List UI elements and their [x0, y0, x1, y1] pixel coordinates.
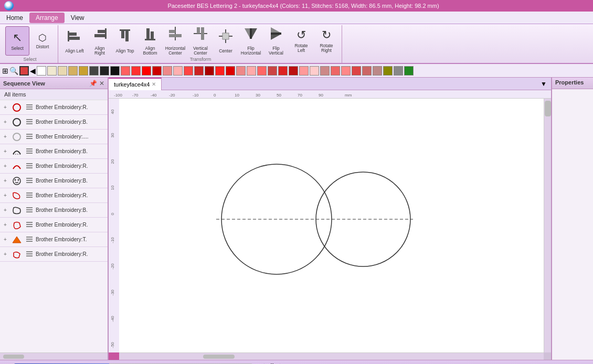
expand-icon[interactable]: +: [2, 222, 8, 228]
flip-v-button[interactable]: Flip Vertical: [264, 26, 288, 56]
horizontal-scrollbar[interactable]: [119, 352, 544, 360]
menu-arrange[interactable]: Arrange: [29, 13, 65, 23]
list-item[interactable]: + Brother Embroidery:R.: [0, 188, 108, 203]
color-swatch-28[interactable]: [331, 66, 340, 76]
rotate-left-button[interactable]: ↺ Rotate Left: [289, 26, 313, 56]
tab-dropdown-icon[interactable]: ▼: [536, 80, 551, 88]
color-swatch-18[interactable]: [226, 66, 235, 76]
color-swatch-1[interactable]: [47, 66, 57, 76]
ribbon-group-transform: Align Left Align Right Align Top: [59, 25, 342, 63]
playback-start-icon[interactable]: ◀: [258, 362, 266, 364]
color-swatch-2[interactable]: [58, 66, 67, 76]
distort-button[interactable]: ⬡ Distort: [30, 26, 55, 56]
color-swatch-3[interactable]: [68, 66, 78, 76]
vscroll-thumb[interactable]: [545, 101, 551, 116]
color-swatch-30[interactable]: [352, 66, 361, 76]
vert-center-button[interactable]: Vertical Center: [188, 26, 213, 56]
sequence-h-scrollbar[interactable]: [0, 352, 108, 360]
expand-icon[interactable]: +: [2, 163, 8, 169]
color-swatch-12[interactable]: [163, 66, 172, 76]
center-button[interactable]: Center: [214, 26, 238, 56]
color-swatch-29[interactable]: [341, 66, 351, 76]
list-item[interactable]: + Brother Embroidery:T.: [0, 232, 108, 247]
horiz-center-button[interactable]: Horizontal Center: [163, 26, 187, 56]
color-swatch-22[interactable]: [268, 66, 277, 76]
drawing-canvas[interactable]: [119, 99, 544, 352]
color-grid-icon[interactable]: ⊞: [2, 67, 8, 75]
align-top-button[interactable]: Align Top: [113, 26, 137, 56]
vertical-scrollbar[interactable]: [544, 99, 551, 352]
menu-home[interactable]: Home: [0, 13, 29, 23]
color-swatch-5[interactable]: [89, 66, 99, 76]
menu-view[interactable]: View: [65, 13, 91, 23]
expand-icon[interactable]: +: [2, 251, 8, 257]
expand-icon[interactable]: +: [2, 119, 8, 125]
expand-icon[interactable]: +: [2, 207, 8, 213]
rotate-right-button[interactable]: ↻ Rotate Right: [314, 26, 338, 56]
canvas-background[interactable]: [119, 99, 544, 352]
color-swatch-32[interactable]: [373, 66, 382, 76]
color-swatch-13[interactable]: [173, 66, 183, 76]
list-item[interactable]: + Brother Embroidery:B.: [0, 174, 108, 188]
color-swatch-27[interactable]: [320, 66, 330, 76]
color-swatch-4[interactable]: [79, 66, 88, 76]
color-swatch-16[interactable]: [205, 66, 214, 76]
color-swatch-35[interactable]: [404, 66, 414, 76]
color-swatch-25[interactable]: [299, 66, 309, 76]
color-prev-icon[interactable]: ◀: [30, 67, 36, 75]
color-swatch-21[interactable]: [257, 66, 267, 76]
color-swatch-17[interactable]: [215, 66, 225, 76]
list-item[interactable]: + Brother Embroidery:B.: [0, 144, 108, 159]
expand-icon[interactable]: +: [2, 237, 8, 242]
selected-color-swatch[interactable]: [19, 66, 29, 76]
svg-rect-65: [26, 251, 33, 252]
align-right-button[interactable]: Align Right: [88, 26, 112, 56]
color-swatch-19[interactable]: [236, 66, 246, 76]
expand-icon[interactable]: +: [2, 134, 8, 140]
list-item[interactable]: + Brother Embroidery:B.: [0, 115, 108, 130]
flip-h-button[interactable]: Flip Horizontal: [239, 26, 263, 56]
color-swatch-26[interactable]: [310, 66, 319, 76]
playback-next-icon[interactable]: ▶: [278, 362, 287, 364]
color-swatch-15[interactable]: [194, 66, 204, 76]
zoom-in-icon[interactable]: +: [585, 362, 591, 365]
color-swatch-24[interactable]: [289, 66, 298, 76]
color-swatch-6[interactable]: [100, 66, 109, 76]
sequence-close-icon[interactable]: ✕: [99, 80, 104, 87]
color-swatch-10[interactable]: [142, 66, 151, 76]
color-swatch-33[interactable]: [383, 66, 393, 76]
align-left-button[interactable]: Align Left: [62, 26, 87, 56]
expand-icon[interactable]: +: [2, 192, 8, 198]
zoom-out-icon[interactable]: —: [531, 362, 539, 365]
expand-icon[interactable]: +: [2, 148, 8, 154]
tab-turkeyface4x4[interactable]: turkeyface4x4 ✕: [109, 78, 162, 90]
list-item[interactable]: + Brother Embroidery:B.: [0, 203, 108, 218]
list-item[interactable]: + Brother Embroidery:....: [0, 130, 108, 144]
sequence-pin-icon[interactable]: 📌: [89, 80, 97, 87]
sequence-scroll-thumb[interactable]: [3, 355, 24, 359]
select-button[interactable]: ↖ Select: [5, 26, 29, 56]
color-swatch-0[interactable]: [37, 66, 46, 76]
color-swatch-9[interactable]: [131, 66, 141, 76]
color-swatch-31[interactable]: [362, 66, 372, 76]
color-swatch-14[interactable]: [184, 66, 193, 76]
list-item[interactable]: + Brother Embroidery:R.: [0, 100, 108, 115]
color-swatch-11[interactable]: [152, 66, 162, 76]
color-swatch-23[interactable]: [278, 66, 288, 76]
hscroll-thumb[interactable]: [203, 355, 235, 359]
color-swatch-34[interactable]: [394, 66, 403, 76]
list-item[interactable]: + Brother Embroidery:R.: [0, 159, 108, 174]
tab-close-icon[interactable]: ✕: [152, 81, 156, 87]
status-prev-icon[interactable]: ◀: [2, 362, 9, 365]
expand-icon[interactable]: +: [2, 104, 8, 110]
color-swatch-20[interactable]: [247, 66, 256, 76]
list-item[interactable]: + Brother Embroidery:R.: [0, 247, 108, 262]
color-swatch-7[interactable]: [110, 66, 120, 76]
color-search-icon[interactable]: 🔍: [9, 67, 18, 75]
playback-prev-icon[interactable]: ⏸: [267, 362, 277, 364]
color-swatch-8[interactable]: [121, 66, 130, 76]
expand-icon[interactable]: +: [2, 178, 8, 184]
canvas-viewport[interactable]: 40 30 20 10 0 -10 -20 -30 -40 -50: [109, 99, 551, 360]
align-bottom-button[interactable]: Align Bottom: [138, 26, 162, 56]
list-item[interactable]: + Brother Embroidery:R.: [0, 218, 108, 232]
